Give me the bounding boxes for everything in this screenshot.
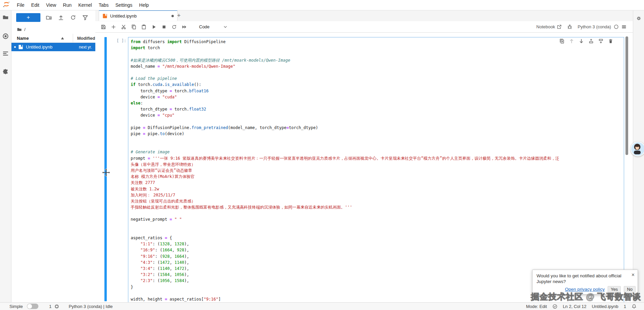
cell-type-value: Code — [199, 24, 210, 29]
notebook-scrollbar[interactable] — [625, 36, 628, 155]
running-kernels-tab[interactable] — [2, 33, 9, 39]
run-cell-button[interactable] — [151, 24, 157, 30]
trash-icon — [608, 38, 613, 44]
refresh-button[interactable] — [70, 14, 76, 21]
code-line: 关注数 2777 — [131, 180, 624, 186]
cursor-position[interactable]: Ln 2, Col 12 — [563, 304, 586, 309]
debugger-button[interactable] — [567, 24, 572, 29]
code-line: from diffusers import DiffusionPipeline — [131, 39, 624, 45]
extensions-tab[interactable] — [2, 68, 9, 75]
notebook-content[interactable]: [ ]: from diffusers import DiffusionPipe… — [95, 33, 633, 302]
save-icon — [101, 24, 106, 30]
code-line: 被关注数 1.2w — [131, 186, 624, 192]
open-in-new-button[interactable] — [557, 24, 562, 29]
notifications-count[interactable]: 1 — [624, 304, 626, 309]
menu-item-tabs[interactable]: Tabs — [95, 0, 112, 10]
code-line — [131, 137, 624, 143]
trust-check-icon[interactable] — [552, 304, 557, 309]
kernels-count[interactable]: 1 — [49, 304, 52, 309]
simple-mode-toggle[interactable] — [27, 304, 38, 309]
new-launcher-button[interactable]: + — [16, 13, 40, 22]
status-bar: Simple 1 Python 3 (conda) | Idle Mode: E… — [0, 302, 644, 310]
new-folder-icon — [46, 14, 52, 21]
tab-untitled-ipynb[interactable]: Untitled.ipynb — [99, 10, 178, 21]
menu-item-settings[interactable]: Settings — [112, 0, 136, 10]
popup-message: Would you like to get notified about off… — [533, 270, 638, 284]
tab-label: Untitled.ipynb — [110, 13, 137, 19]
menu-item-help[interactable]: Help — [136, 0, 152, 10]
move-cell-down-button[interactable] — [579, 38, 584, 44]
cell-type-dropdown[interactable]: Code — [199, 24, 228, 29]
upload-button[interactable] — [58, 14, 64, 21]
code-line: device = "cpu" — [131, 112, 624, 118]
notebook-label: Notebook — [536, 24, 555, 29]
kernel-name[interactable]: Python 3 (conda) — [578, 24, 611, 29]
column-header-name[interactable]: Name — [11, 36, 29, 41]
interrupt-kernel-button[interactable] — [161, 24, 167, 30]
sort-ascending-icon — [61, 37, 64, 39]
menu-item-file[interactable]: File — [13, 0, 28, 10]
breadcrumb[interactable]: / — [11, 25, 95, 34]
kernel-status-text[interactable]: Python 3 (conda) | Idle — [69, 304, 113, 309]
breadcrumb-root[interactable]: / — [24, 27, 26, 32]
property-inspector-tab[interactable] — [636, 16, 642, 21]
menu-item-view[interactable]: View — [43, 0, 60, 10]
running-kernels-icon — [2, 33, 9, 39]
puzzle-icon — [2, 68, 9, 75]
insert-cell-below-button[interactable] — [598, 38, 604, 44]
insert-cell-button[interactable] — [111, 24, 116, 30]
tab-dirty-dot — [171, 15, 174, 17]
code-line: model_name = "/mnt/moark-models/Qwen-Ima… — [131, 63, 624, 69]
code-line: 加入时间： 2025/11/7 — [131, 192, 624, 198]
cut-icon — [121, 24, 126, 30]
code-line: torch_dtype = torch.float32 — [131, 106, 624, 112]
editor-mode[interactable]: Mode: Edit — [526, 304, 547, 309]
code-line: # Generate image — [131, 149, 624, 155]
code-lines: from diffusers import DiffusionPipelinei… — [128, 37, 624, 302]
table-of-contents-tab[interactable] — [2, 51, 9, 57]
column-header-modified[interactable]: Modified — [73, 34, 95, 42]
move-cell-up-button[interactable] — [569, 38, 574, 44]
code-editor[interactable]: from diffusers import DiffusionPipelinei… — [128, 37, 624, 302]
file-browser-tab[interactable] — [2, 14, 9, 21]
copy-cells-button[interactable] — [131, 24, 136, 30]
move-cursor-icon — [102, 168, 110, 178]
paste-cells-button[interactable] — [141, 24, 147, 30]
status-filename[interactable]: Untitled.ipynb — [592, 304, 618, 309]
status-bar-right: Mode: Edit Ln 2, Col 12 Untitled.ipynb 1 — [526, 304, 644, 309]
assistant-avatar[interactable] — [631, 142, 644, 156]
code-line: "1:1": (1328, 1328), — [131, 241, 624, 247]
filter-button[interactable] — [82, 14, 88, 21]
duplicate-cell-button[interactable] — [559, 38, 565, 44]
restart-kernel-button[interactable] — [171, 24, 177, 30]
toolbar-right-group: Notebook Python 3 (conda) — [536, 24, 633, 29]
menu-item-kernel[interactable]: Kernel — [75, 0, 95, 10]
jupyter-logo-icon — [3, 1, 10, 9]
left-activity-bar — [0, 10, 11, 302]
save-button[interactable] — [101, 24, 106, 30]
cut-cells-button[interactable] — [121, 24, 126, 30]
menu-item-edit[interactable]: Edit — [28, 0, 43, 10]
simple-mode-label: Simple — [9, 304, 23, 309]
code-line: device = "cuda" — [131, 94, 624, 100]
code-line: pipe = pipe.to(device) — [131, 131, 624, 137]
code-line: "9:16": (928, 1664), — [131, 253, 624, 259]
file-list-item[interactable]: Untitled.ipynb next yr. — [11, 43, 95, 51]
add-icon — [111, 24, 116, 30]
code-line — [131, 69, 624, 75]
delete-cell-button[interactable] — [608, 38, 613, 44]
menu-item-run[interactable]: Run — [60, 0, 75, 10]
duplicate-cell-icon — [559, 38, 565, 44]
code-line: "4:3": (1472, 1140), — [131, 259, 624, 266]
move-up-icon — [569, 38, 574, 44]
insert-cell-above-button[interactable] — [588, 38, 594, 44]
kernel-sessions-icon[interactable] — [54, 304, 59, 309]
close-icon[interactable]: × — [632, 272, 635, 278]
bell-icon[interactable] — [632, 304, 637, 309]
move-down-icon — [579, 38, 584, 44]
new-tab-button[interactable]: + — [175, 11, 183, 20]
more-commands-button[interactable] — [621, 24, 626, 29]
new-folder-button[interactable] — [46, 14, 52, 21]
restart-run-all-button[interactable] — [182, 24, 187, 30]
kernel-status-icon[interactable] — [614, 24, 619, 29]
